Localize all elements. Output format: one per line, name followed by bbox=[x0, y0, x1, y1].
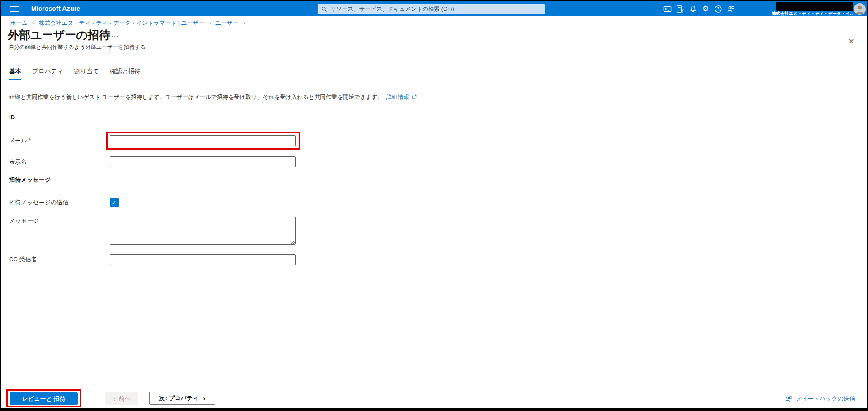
wizard-tabs: 基本 プロパティ 割り当て 確認と招待 bbox=[9, 67, 141, 80]
required-asterisk: * bbox=[29, 137, 31, 144]
global-search[interactable] bbox=[317, 4, 545, 14]
checkmark-icon: ✓ bbox=[111, 199, 117, 206]
search-icon bbox=[321, 6, 327, 12]
send-invite-checkbox[interactable]: ✓ bbox=[110, 198, 119, 207]
message-textarea[interactable] bbox=[110, 217, 296, 245]
footer-divider bbox=[1, 387, 867, 387]
avatar[interactable] bbox=[854, 3, 866, 15]
hamburger-menu-icon[interactable] bbox=[6, 1, 23, 16]
redacted-username bbox=[776, 2, 853, 11]
brand-title: Microsoft Azure bbox=[31, 1, 80, 16]
send-invite-label: 招待メッセージの送信 bbox=[9, 198, 69, 207]
previous-button: ‹ 前へ bbox=[105, 392, 138, 405]
settings-gear-icon: ⚙ bbox=[702, 5, 709, 13]
breadcrumb-separator: ＞ bbox=[31, 20, 36, 26]
send-feedback-link[interactable]: フィードバックの送信 bbox=[785, 393, 855, 405]
chevron-right-icon: › bbox=[203, 394, 205, 402]
cc-recipient-input[interactable] bbox=[110, 254, 296, 265]
breadcrumb-separator: ＞ bbox=[242, 20, 247, 26]
svg-text:?: ? bbox=[717, 6, 719, 11]
breadcrumb: ホーム＞株式会社エヌ・ティ・ティ・データ・イントラマート | ユーザー＞ユーザー… bbox=[10, 19, 250, 27]
help-button[interactable]: ? bbox=[712, 1, 725, 16]
notifications-button[interactable] bbox=[687, 1, 699, 16]
intro-text: 組織と共同作業を行う新しいゲスト ユーザーを招待します。ユーザーはメールで招待を… bbox=[9, 94, 417, 101]
intro-description: 組織と共同作業を行う新しいゲスト ユーザーを招待します。ユーザーはメールで招待を… bbox=[9, 94, 383, 100]
tab-review-invite[interactable]: 確認と招待 bbox=[110, 67, 141, 80]
breadcrumb-tenant-users[interactable]: 株式会社エヌ・ティ・ティ・データ・イントラマート | ユーザー bbox=[39, 20, 204, 26]
email-label: メール* bbox=[9, 135, 31, 146]
tab-assignments[interactable]: 割り当て bbox=[74, 67, 99, 80]
page-title: 外部ユーザーの招待 bbox=[8, 28, 110, 43]
feedback-icon bbox=[785, 395, 792, 403]
breadcrumb-users[interactable]: ユーザー bbox=[215, 20, 238, 26]
next-properties-button[interactable]: 次: プロパティ › bbox=[149, 392, 215, 405]
topbar-icon-strip: ⚙ ? bbox=[661, 1, 737, 16]
cc-recipient-label: CC 受信者 bbox=[9, 254, 37, 265]
directory-filter-button[interactable] bbox=[674, 1, 687, 16]
chevron-left-icon: ‹ bbox=[113, 395, 115, 402]
feedback-person-icon bbox=[727, 5, 735, 13]
learn-more-link[interactable]: 詳細情報 bbox=[386, 94, 409, 100]
display-name-input[interactable] bbox=[110, 156, 296, 167]
close-button[interactable]: ✕ bbox=[845, 35, 858, 47]
search-input[interactable] bbox=[330, 6, 541, 12]
azure-top-bar: Microsoft Azure bbox=[1, 1, 867, 16]
email-input[interactable] bbox=[110, 135, 296, 146]
title-context-menu-button[interactable]: … bbox=[111, 30, 119, 38]
tab-properties[interactable]: プロパティ bbox=[32, 67, 63, 80]
page-subtitle: 自分の組織と共同作業するよう外部ユーザーを招待する bbox=[9, 43, 146, 51]
breadcrumb-separator: ＞ bbox=[207, 20, 212, 26]
review-and-invite-button[interactable]: レビューと 招待 bbox=[10, 392, 78, 405]
feedback-button[interactable] bbox=[725, 1, 737, 16]
avatar-person-icon bbox=[854, 3, 866, 15]
message-label: メッセージ bbox=[9, 217, 39, 225]
invite-message-section-header: 招待メッセージ bbox=[9, 176, 51, 184]
id-section-header: ID bbox=[9, 114, 15, 121]
settings-button[interactable]: ⚙ bbox=[699, 1, 712, 16]
help-icon: ? bbox=[714, 5, 722, 13]
breadcrumb-home[interactable]: ホーム bbox=[10, 20, 28, 26]
cloud-shell-icon bbox=[663, 5, 672, 13]
directory-filter-icon bbox=[676, 5, 684, 13]
tenant-name: 株式会社エヌ・ティ・ティ・データ・イ… bbox=[772, 11, 853, 16]
external-link-icon bbox=[412, 94, 417, 99]
notifications-bell-icon bbox=[689, 5, 697, 13]
display-name-label: 表示名 bbox=[9, 156, 27, 167]
tab-basics[interactable]: 基本 bbox=[9, 67, 21, 80]
cloud-shell-button[interactable] bbox=[661, 1, 674, 16]
send-feedback-label: フィードバックの送信 bbox=[796, 395, 855, 403]
